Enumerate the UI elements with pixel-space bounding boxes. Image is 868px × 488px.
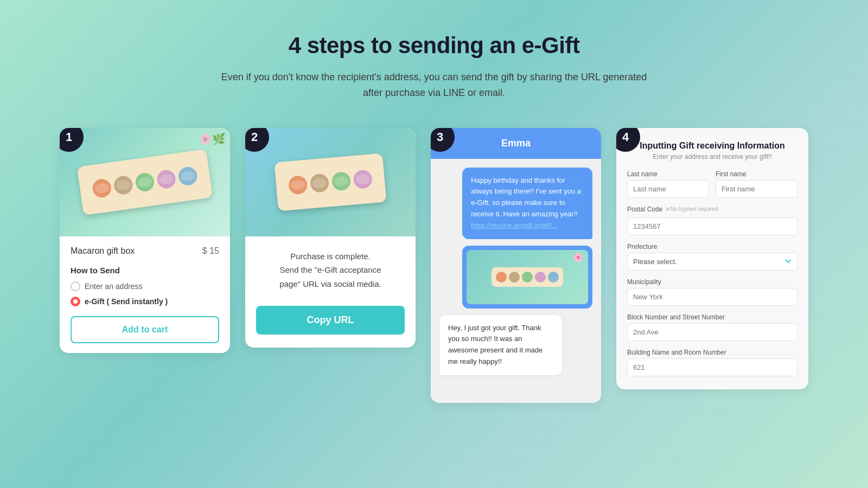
step-2-image [245,128,416,236]
chat-m3 [522,272,533,282]
chat-m5 [548,272,559,282]
step-2-card: 2 Purchase is complete.Send the "e-Gift … [245,128,416,348]
block-group: Block Number and Street Number [627,313,797,341]
step-2-macaron-tray [274,153,386,211]
page-subtitle: Even if you don't know the recipient's a… [212,69,656,101]
postal-label-row: Postal Code ※No hyphen required [627,206,797,213]
macaron-beige [113,175,133,195]
purchase-complete-text: Purchase is complete.Send the "e-Gift ac… [256,249,405,291]
prefecture-select[interactable]: Please select. [627,253,797,271]
egift-radio[interactable] [71,297,80,306]
last-name-input[interactable] [627,180,709,198]
macaron-orange [92,178,112,198]
first-name-label: First name [716,170,797,178]
building-label: Building Name and Room Number [627,349,797,356]
step-2-macaron-visual [245,128,416,236]
postal-label: Postal Code [627,206,662,213]
how-to-send-label: How to Send [71,266,219,275]
step-1-body: Macaron gift box $ 15 How to Send Enter … [60,236,230,353]
chat-recipient-name: Emma [501,138,531,149]
product-row: Macaron gift box $ 15 [71,246,219,256]
prefecture-group: Prefecture Please select. [627,243,797,271]
add-to-cart-button[interactable]: Add to cart [71,316,219,343]
last-name-group: Last name [627,170,709,198]
postal-hint: ※No hyphen required [666,206,718,212]
municipality-label: Municipality [627,278,797,286]
step-2-body: Purchase is complete.Send the "e-Gift ac… [245,236,416,348]
building-input[interactable] [627,358,797,376]
page-title: 4 steps to sending an e-Gift [289,33,580,59]
chat-m1 [496,272,507,282]
name-row: Last name First name [627,170,797,198]
copy-url-button[interactable]: Copy URL [256,306,405,335]
block-input[interactable] [627,323,797,341]
building-group: Building Name and Room Number [627,349,797,376]
chat-m2 [509,272,520,282]
macaron-tray [77,149,213,215]
first-name-input[interactable] [716,180,797,198]
macaron-visual [60,128,230,236]
first-name-group: First name [716,170,797,198]
chat-reply-text: Hey, I just got your gift. Thank you so … [448,324,542,365]
egift-option-label: e-Gift ( Send instantly ) [85,297,168,306]
chat-body: Happy birthday and thanks for always bei… [431,159,601,403]
step-3-card: 3 Emma Happy birthday and thanks for alw… [431,128,601,403]
chat-bubble-reply: Hey, I just got your gift. Thank you so … [439,315,562,375]
chat-gift-link[interactable]: https://receive.anygift.jp/gift/... [471,222,557,229]
product-name: Macaron gift box [71,246,135,256]
step-4-card: 4 Inputting Gift receiving Information E… [616,128,808,389]
chat-image-bubble: 🌸 [462,246,592,309]
s2-macaron-purple [353,169,373,189]
prefecture-label: Prefecture [627,243,797,251]
chat-m4 [535,272,546,282]
s2-macaron-green [331,171,352,191]
chat-gift-image: 🌸 [467,250,588,304]
chat-img-flowers: 🌸 [573,252,584,262]
product-price: $ 15 [202,246,219,256]
address-option[interactable]: Enter an address [71,281,219,291]
municipality-input[interactable] [627,288,797,306]
macaron-purple [156,169,176,189]
block-label: Block Number and Street Number [627,313,797,321]
steps-container: 1 🌸🌿 Macaron gift box $ 15 How to Send [60,128,808,403]
step-1-card: 1 🌸🌿 Macaron gift box $ 15 How to Send [60,128,230,353]
postal-group: Postal Code ※No hyphen required [627,206,797,235]
macaron-green [135,171,155,192]
chat-message-1: Happy birthday and thanks for always bei… [471,176,581,218]
address-radio[interactable] [71,281,80,291]
egift-option[interactable]: e-Gift ( Send instantly ) [71,297,219,306]
macaron-blue [177,165,198,186]
address-option-label: Enter an address [85,282,143,291]
municipality-group: Municipality [627,278,797,306]
step-1-image: 🌸🌿 [60,128,230,236]
form-subtitle: Enter your address and receive your gift… [627,153,797,160]
chat-header: Emma [431,128,601,159]
s2-macaron-orange [288,175,308,195]
chat-mini-tray [492,267,563,287]
s2-macaron-beige [310,173,330,193]
postal-input[interactable] [627,217,797,235]
last-name-label: Last name [627,170,709,178]
chat-bubble-sent: Happy birthday and thanks for always bei… [462,168,592,239]
form-title: Inputting Gift receiving Information [627,141,797,151]
